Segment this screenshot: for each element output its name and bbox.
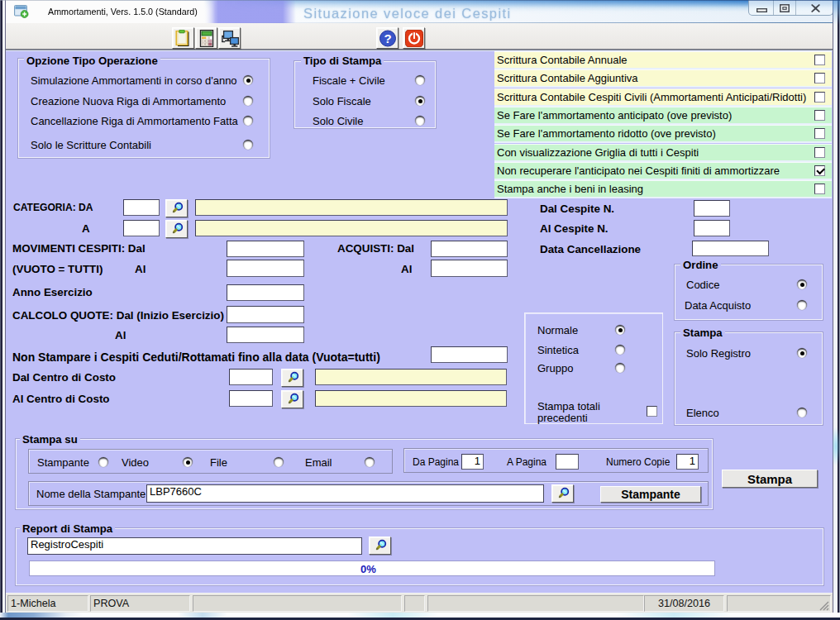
svg-text:?: ? <box>384 31 391 45</box>
